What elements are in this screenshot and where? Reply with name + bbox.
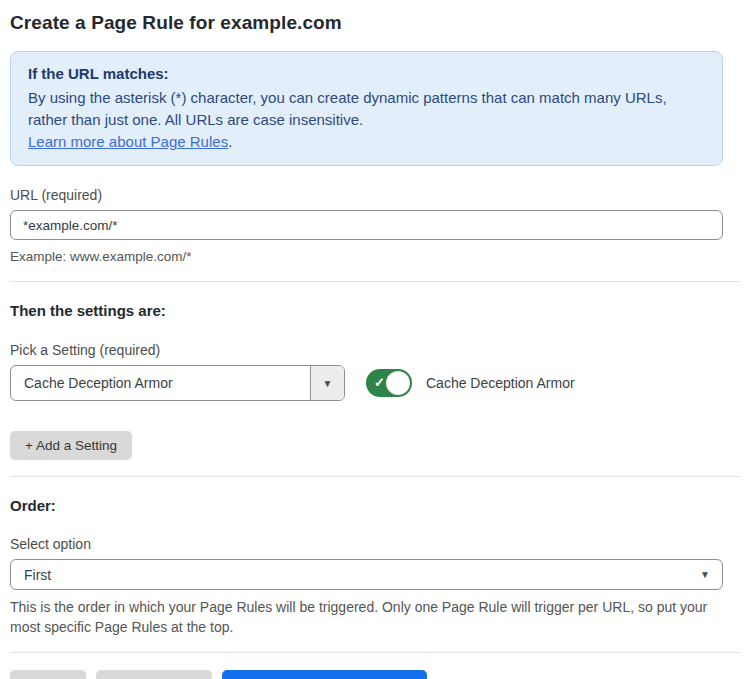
url-section: URL (required) Example: www.example.com/… [10,187,740,266]
pick-setting-label: Pick a Setting (required) [10,342,740,358]
footer-actions: Cancel Save as Draft Save and Deploy Pag… [10,670,740,679]
cache-deception-armor-toggle[interactable]: ✓ [366,369,412,397]
toggle-label: Cache Deception Armor [426,375,575,391]
create-page-rule-panel: Create a Page Rule for example.com If th… [0,0,750,679]
toggle-knob [386,371,410,395]
select-option-label: Select option [10,536,740,552]
add-setting-button[interactable]: + Add a Setting [10,431,132,460]
setting-toggle-group: ✓ Cache Deception Armor [366,369,575,397]
save-and-deploy-button[interactable]: Save and Deploy Page Rule [222,670,428,679]
order-select-value: First [24,567,51,583]
order-select[interactable]: First ▼ [10,559,723,590]
setting-dropdown-value: Cache Deception Armor [11,366,310,400]
url-input[interactable] [10,210,723,240]
info-box-link-line: Learn more about Page Rules. [28,131,705,153]
order-section-heading: Order: [10,497,740,514]
divider [10,281,740,282]
info-box-heading: If the URL matches: [28,63,705,85]
link-suffix: . [228,133,232,150]
divider [10,652,740,653]
info-box-body: By using the asterisk (*) character, you… [28,87,688,131]
order-help-text: This is the order in which your Page Rul… [10,597,730,637]
learn-more-link[interactable]: Learn more about Page Rules [28,133,228,150]
setting-dropdown[interactable]: Cache Deception Armor ▼ [10,365,345,401]
check-icon: ✓ [374,376,385,389]
divider [10,476,740,477]
url-field-label: URL (required) [10,187,740,203]
save-as-draft-button[interactable]: Save as Draft [96,670,212,679]
setting-dropdown-button[interactable]: ▼ [310,366,344,400]
settings-section-heading: Then the settings are: [10,302,740,319]
setting-row: Cache Deception Armor ▼ ✓ Cache Deceptio… [10,365,740,401]
caret-down-icon: ▼ [700,569,710,580]
caret-down-icon: ▼ [323,378,333,389]
page-title: Create a Page Rule for example.com [10,12,740,34]
url-example-text: Example: www.example.com/* [10,247,740,266]
url-match-info-box: If the URL matches: By using the asteris… [10,51,723,166]
cancel-button[interactable]: Cancel [10,670,86,679]
